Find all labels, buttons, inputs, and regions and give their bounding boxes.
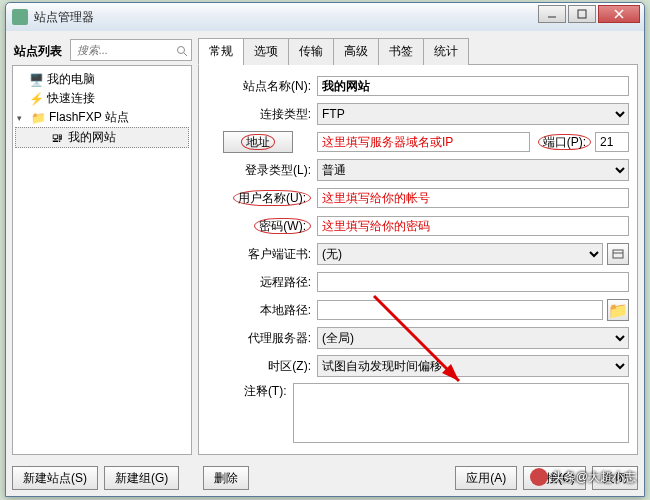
port-input[interactable] <box>595 132 629 152</box>
svg-rect-6 <box>613 250 623 258</box>
site-tree[interactable]: 🖥️ 我的电脑 ⚡ 快速连接 ▾ 📁 FlashFXP 站点 🖳 我的网站 <box>12 65 192 455</box>
local-path-input[interactable] <box>317 300 603 320</box>
local-browse-button[interactable]: 📁 <box>607 299 629 321</box>
site-name-input[interactable] <box>317 76 629 96</box>
tree-item-mysite[interactable]: 🖳 我的网站 <box>15 127 189 148</box>
cert-select[interactable]: (无) <box>317 243 603 265</box>
site-manager-window: 站点管理器 站点列表 🖥️ 我的电脑 ⚡ <box>5 2 645 497</box>
local-path-label: 本地路径: <box>199 302 317 319</box>
app-icon <box>12 9 28 25</box>
password-label: 密码(W): <box>199 218 317 235</box>
tabs: 常规 选项 传输 高级 书签 统计 <box>198 37 638 65</box>
svg-line-5 <box>184 53 187 56</box>
username-label: 用户名称(U): <box>199 190 317 207</box>
folder-icon: 📁 <box>31 111 45 125</box>
search-icon[interactable] <box>176 43 188 61</box>
svg-point-4 <box>178 47 185 54</box>
computer-icon: 🖥️ <box>29 73 43 87</box>
tab-bookmarks[interactable]: 书签 <box>378 38 424 65</box>
window-title: 站点管理器 <box>34 9 94 26</box>
apply-button[interactable]: 应用(A) <box>455 466 517 490</box>
bolt-icon: ⚡ <box>29 92 43 106</box>
form-general: 站点名称(N): 连接类型: FTP 地址 端口(P): 登录类型(L): 普通 <box>198 65 638 455</box>
notes-label: 注释(T): <box>199 383 293 400</box>
close-button[interactable] <box>598 5 640 23</box>
tab-stats[interactable]: 统计 <box>423 38 469 65</box>
footer: 新建站点(S) 新建组(G) 删除 应用(A) 连接(C) 关闭 <box>12 466 638 490</box>
conn-type-select[interactable]: FTP <box>317 103 629 125</box>
tab-transfer[interactable]: 传输 <box>288 38 334 65</box>
timezone-select[interactable]: 试图自动发现时间偏移 <box>317 355 629 377</box>
site-name-label: 站点名称(N): <box>199 78 317 95</box>
tree-item-flashfxp[interactable]: ▾ 📁 FlashFXP 站点 <box>15 108 189 127</box>
connect-button[interactable]: 连接(C) <box>523 466 586 490</box>
tab-options[interactable]: 选项 <box>243 38 289 65</box>
new-group-button[interactable]: 新建组(G) <box>104 466 179 490</box>
address-button[interactable]: 地址 <box>223 131 293 153</box>
new-site-button[interactable]: 新建站点(S) <box>12 466 98 490</box>
remote-path-input[interactable] <box>317 272 629 292</box>
expand-icon[interactable]: ▾ <box>17 113 27 123</box>
conn-type-label: 连接类型: <box>199 106 317 123</box>
main-panel: 常规 选项 传输 高级 书签 统计 站点名称(N): 连接类型: FTP 地址 <box>198 37 638 455</box>
proxy-label: 代理服务器: <box>199 330 317 347</box>
password-input[interactable] <box>317 216 629 236</box>
tree-item-computer[interactable]: 🖥️ 我的电脑 <box>15 70 189 89</box>
maximize-button[interactable] <box>568 5 596 23</box>
login-type-select[interactable]: 普通 <box>317 159 629 181</box>
svg-rect-1 <box>578 10 586 18</box>
search-input[interactable] <box>70 39 192 61</box>
tree-label: 我的电脑 <box>47 71 95 88</box>
tree-label: 我的网站 <box>68 129 116 146</box>
tab-advanced[interactable]: 高级 <box>333 38 379 65</box>
minimize-button[interactable] <box>538 5 566 23</box>
address-input[interactable] <box>317 132 530 152</box>
username-input[interactable] <box>317 188 629 208</box>
tree-label: 快速连接 <box>47 90 95 107</box>
remote-path-label: 远程路径: <box>199 274 317 291</box>
close-footer-button[interactable]: 关闭 <box>592 466 638 490</box>
titlebar[interactable]: 站点管理器 <box>6 3 644 31</box>
proxy-select[interactable]: (全局) <box>317 327 629 349</box>
cert-browse-button[interactable] <box>607 243 629 265</box>
sidebar-title: 站点列表 <box>12 39 64 64</box>
tree-item-quick[interactable]: ⚡ 快速连接 <box>15 89 189 108</box>
notes-textarea[interactable] <box>293 383 629 443</box>
sidebar: 站点列表 🖥️ 我的电脑 ⚡ 快速连接 ▾ 📁 Flash <box>12 37 192 455</box>
cert-label: 客户端证书: <box>199 246 317 263</box>
tree-label: FlashFXP 站点 <box>49 109 129 126</box>
tab-general[interactable]: 常规 <box>198 38 244 65</box>
login-type-label: 登录类型(L): <box>199 162 317 179</box>
site-icon: 🖳 <box>50 131 64 145</box>
delete-button[interactable]: 删除 <box>203 466 249 490</box>
timezone-label: 时区(Z): <box>199 358 317 375</box>
port-label: 端口(P): <box>538 134 591 151</box>
